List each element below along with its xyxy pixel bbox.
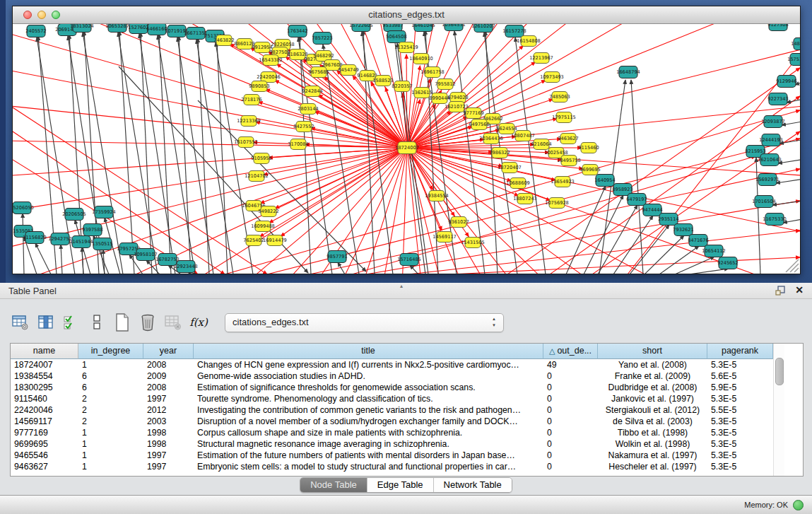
table-row[interactable]: 946362711997Embryonic stem cells: a mode… — [11, 461, 773, 472]
graph-node[interactable]: 12104702 — [245, 171, 269, 182]
graph-node[interactable]: 6216064 — [531, 139, 551, 150]
graph-node[interactable]: 7485063 — [549, 92, 570, 103]
graph-node[interactable]: 9474444 — [642, 204, 662, 216]
graph-node[interactable]: 9675685 — [308, 67, 329, 78]
graph-node[interactable]: 16461045 — [411, 24, 435, 32]
graph-node[interactable]: 11156829 — [23, 232, 47, 244]
tab-node-table[interactable]: Node Table — [300, 478, 367, 492]
graph-node[interactable]: 17016504 — [752, 196, 776, 208]
graph-node[interactable]: 1527602 — [128, 24, 148, 34]
delete-table-icon[interactable] — [163, 313, 184, 332]
table-row[interactable]: 969969511998Structural magnetic resonanc… — [11, 438, 773, 450]
graph-node[interactable]: 16648794 — [616, 66, 640, 78]
graph-node[interactable]: 10654112 — [702, 245, 726, 257]
row-height-icon[interactable] — [86, 313, 107, 332]
graph-node[interactable]: 8990444 — [429, 93, 449, 104]
graph-node[interactable]: 5064508 — [386, 31, 406, 43]
function-builder-icon[interactable]: f(x) — [188, 313, 209, 332]
show-columns-icon[interactable] — [35, 313, 57, 332]
graph-node[interactable]: 2718176 — [241, 95, 261, 105]
graph-node[interactable]: 6479197 — [626, 194, 647, 206]
scrollbar-thumb[interactable] — [775, 358, 784, 385]
column-header-short[interactable]: short — [598, 344, 707, 359]
graph-node[interactable]: 9242844 — [302, 86, 322, 97]
graph-node[interactable]: 2405572 — [25, 25, 46, 37]
graph-node[interactable]: 6497568 — [469, 119, 489, 130]
column-header-title[interactable]: title — [194, 344, 543, 359]
graph-node[interactable]: 18724007 — [395, 142, 419, 154]
panel-resize-handle[interactable]: ▴ — [400, 284, 403, 289]
graph-node[interactable]: 12444193 — [759, 134, 783, 146]
graph-node[interactable]: 15751074 — [787, 54, 800, 66]
graph-node[interactable]: 9463627 — [558, 134, 578, 144]
graph-node[interactable]: 8220357 — [392, 81, 412, 92]
table-row[interactable]: 2242004622012Investigating the contribut… — [11, 404, 773, 416]
table-row[interactable]: 977716911998Corpus callosum shape and si… — [11, 427, 773, 438]
graph-node[interactable]: 16914479 — [263, 235, 287, 246]
column-header-in_degree[interactable]: in_degree — [78, 344, 143, 359]
graph-node[interactable]: 2935114 — [658, 214, 678, 226]
graph-node[interactable]: 12093877 — [761, 116, 785, 128]
graph-node[interactable]: 7986322 — [489, 148, 510, 158]
graph-node[interactable]: 15722605 — [349, 24, 373, 32]
graph-node[interactable]: 10653287 — [105, 24, 129, 33]
graph-node[interactable]: 7932621 — [673, 224, 693, 236]
tab-edge-table[interactable]: Edge Table — [367, 478, 434, 492]
graph-node[interactable]: 9397588 — [82, 224, 102, 236]
graph-node[interactable]: 7955812 — [435, 79, 455, 90]
table-row[interactable]: 911546021997Tourette syndrome. Phenomeno… — [11, 393, 773, 404]
graph-node[interactable]: 15716485 — [397, 254, 421, 266]
graph-node[interactable]: 9129946 — [776, 76, 796, 88]
graph-node[interactable]: 1640954 — [594, 175, 615, 187]
graph-node[interactable]: 9857791 — [326, 251, 347, 263]
graph-node[interactable]: 12942757 — [48, 233, 72, 245]
graph-node[interactable]: 3170084 — [288, 139, 308, 150]
window-resize-grip[interactable] — [786, 259, 799, 272]
graph-node[interactable]: 14846201 — [791, 38, 800, 50]
table-vertical-scrollbar[interactable] — [773, 344, 784, 476]
graph-node[interactable]: 9699695 — [579, 165, 600, 175]
graph-node[interactable]: 10364531 — [442, 24, 466, 31]
table-row[interactable]: 1456911722003Disruption of a novel membe… — [11, 416, 773, 427]
table-settings-icon[interactable] — [10, 313, 31, 332]
graph-node[interactable]: 7857223 — [312, 33, 332, 45]
graph-node[interactable]: 11675330 — [763, 214, 787, 226]
graph-node[interactable]: 16107552 — [234, 137, 258, 148]
graph-node[interactable]: 10688609 — [506, 178, 530, 189]
graph-node[interactable]: 9115460 — [578, 143, 599, 153]
graph-node[interactable]: 12213967 — [529, 53, 553, 64]
graph-node[interactable]: 17359924 — [92, 206, 116, 218]
graph-node[interactable]: 8454749 — [338, 65, 358, 76]
new-table-icon[interactable] — [112, 313, 133, 332]
table-row[interactable]: 1830029562008Estimation of significance … — [11, 382, 773, 393]
column-header-out_de[interactable]: △out_de... — [543, 344, 598, 359]
graph-node[interactable]: 18313024 — [70, 24, 94, 33]
table-row[interactable]: 946554611997Estimation of the future num… — [11, 450, 773, 461]
graph-node[interactable]: 9105958 — [251, 153, 271, 164]
graph-node[interactable]: 5624554 — [496, 124, 517, 134]
graph-node[interactable]: 7463822 — [213, 35, 234, 46]
table-row[interactable]: 1938455462009Genome-wide association stu… — [11, 370, 773, 382]
graph-node[interactable]: 9245652 — [717, 257, 738, 269]
graph-node[interactable]: 1763442 — [287, 25, 307, 37]
graph-node[interactable]: 2803144 — [298, 104, 318, 115]
network-table-selector[interactable]: citations_edges.txt▲▼ — [225, 313, 504, 332]
graph-node[interactable]: 16157278 — [502, 25, 526, 37]
graph-node[interactable]: 8427552 — [293, 122, 314, 132]
graph-node[interactable]: 12610207 — [471, 24, 495, 33]
delete-column-icon[interactable] — [137, 313, 158, 332]
float-window-icon[interactable] — [775, 285, 787, 296]
graph-node[interactable]: 9127308 — [767, 24, 788, 31]
select-all-icon[interactable] — [61, 313, 82, 332]
graph-node[interactable]: 12923448 — [174, 261, 198, 273]
column-header-name[interactable]: name — [11, 344, 78, 359]
column-header-year[interactable]: year — [143, 344, 194, 359]
table-row[interactable]: 1872400712008Changes of HCN gene express… — [11, 359, 773, 370]
network-canvas[interactable]: 2405572206914061831302410653287152760264… — [13, 24, 800, 274]
close-panel-icon[interactable]: ✕ — [795, 284, 804, 296]
graph-node[interactable]: 8471676 — [688, 235, 708, 247]
graph-node[interactable]: 11451944 — [69, 236, 93, 248]
graph-node[interactable]: 1588523 — [372, 76, 393, 86]
graph-node[interactable]: 25206050 — [13, 202, 34, 214]
graph-node[interactable]: 9227343 — [767, 93, 788, 105]
